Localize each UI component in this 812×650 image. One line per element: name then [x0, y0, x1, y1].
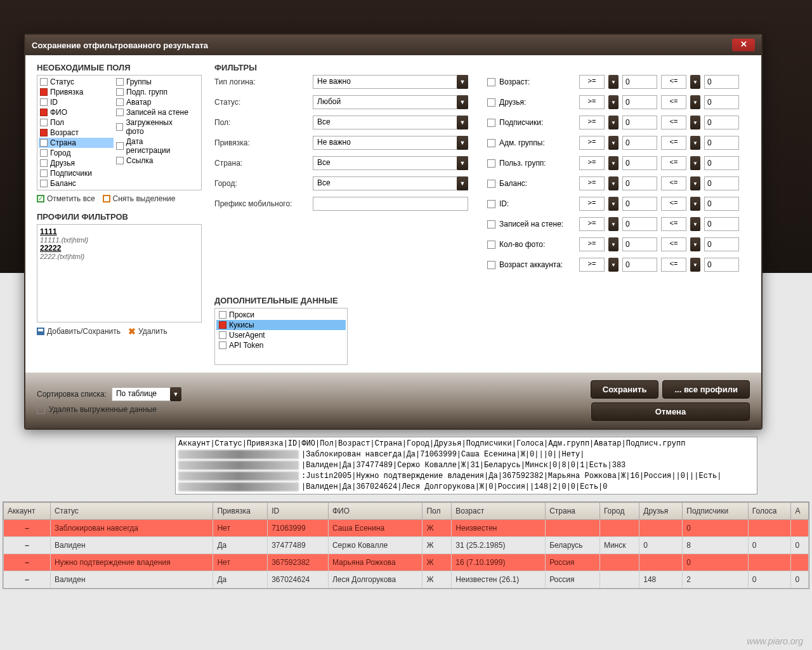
range-checkbox[interactable] — [487, 261, 495, 269]
delete-profile-button[interactable]: ✖ Удалить — [128, 326, 167, 336]
table-header[interactable]: Возраст — [452, 503, 546, 520]
save-button[interactable]: Сохранить — [591, 380, 659, 399]
extra-item[interactable]: Кукисы — [216, 320, 346, 330]
range-value-input[interactable] — [622, 197, 657, 211]
table-header[interactable]: Статус — [50, 503, 213, 520]
range-operator[interactable]: <= — [661, 176, 686, 190]
table-header[interactable]: Голоса — [748, 503, 791, 520]
table-header[interactable]: Друзья — [639, 503, 683, 520]
range-value-input[interactable] — [704, 217, 739, 231]
range-checkbox[interactable] — [487, 119, 495, 127]
range-value-input[interactable] — [622, 156, 657, 170]
range-operator[interactable]: >= — [579, 237, 605, 251]
range-checkbox[interactable] — [487, 98, 495, 107]
field-item[interactable]: Пол — [39, 117, 114, 128]
table-row[interactable]: –ВалиденДа367024624Леся ДолгоруковаЖНеиз… — [4, 571, 809, 588]
field-item[interactable]: Баланс — [39, 178, 114, 189]
range-value-input[interactable] — [704, 237, 739, 251]
range-checkbox[interactable] — [487, 139, 495, 147]
extra-item[interactable]: API Token — [216, 340, 346, 350]
range-value-input[interactable] — [704, 258, 739, 272]
field-item[interactable]: Возраст — [39, 128, 114, 138]
range-value-input[interactable] — [622, 258, 657, 272]
range-value-input[interactable] — [704, 95, 739, 109]
range-operator[interactable]: <= — [661, 197, 686, 211]
range-operator[interactable]: >= — [579, 258, 605, 272]
field-item[interactable]: Группы — [115, 77, 190, 87]
select-all-button[interactable]: Отметить все — [37, 194, 95, 203]
field-item[interactable]: Ссылка — [115, 156, 190, 166]
table-header[interactable]: Подписчики — [683, 503, 749, 520]
range-checkbox[interactable] — [487, 78, 495, 86]
table-header[interactable]: ФИО — [328, 503, 422, 520]
all-profiles-button[interactable]: ... все профили — [662, 380, 750, 399]
range-operator[interactable]: >= — [579, 156, 605, 170]
range-value-input[interactable] — [622, 217, 657, 231]
range-value-input[interactable] — [622, 136, 657, 150]
filter-select[interactable]: Все — [313, 116, 468, 129]
range-value-input[interactable] — [704, 176, 739, 190]
field-item[interactable]: Аватар — [115, 97, 190, 107]
field-item[interactable]: Записей на стене — [115, 107, 190, 117]
range-operator[interactable]: <= — [661, 136, 686, 150]
field-item[interactable]: Подписчики — [39, 168, 114, 178]
field-item[interactable]: Статус — [39, 77, 114, 87]
field-item[interactable]: Город — [39, 148, 114, 158]
field-item[interactable]: Страна — [39, 138, 114, 148]
range-value-input[interactable] — [622, 95, 657, 109]
extra-item[interactable]: Прокси — [216, 310, 346, 320]
range-value-input[interactable] — [704, 75, 739, 89]
range-operator[interactable]: <= — [661, 156, 686, 170]
delete-uploaded-checkbox[interactable] — [37, 406, 45, 414]
field-item[interactable]: Привязка — [39, 87, 114, 97]
table-header[interactable]: Аккаунт — [4, 503, 51, 520]
field-item[interactable]: ФИО — [39, 107, 114, 117]
range-operator[interactable]: >= — [579, 136, 605, 150]
range-value-input[interactable] — [704, 116, 739, 129]
range-value-input[interactable] — [622, 116, 657, 129]
filter-select[interactable]: Любой — [313, 95, 468, 109]
range-operator[interactable]: >= — [579, 176, 605, 190]
filter-select[interactable]: Все — [313, 176, 468, 190]
table-row[interactable]: –Заблокирован навсегдаНет71063999Саша Ес… — [4, 520, 809, 537]
table-header[interactable]: Город — [599, 503, 639, 520]
range-operator[interactable]: >= — [579, 116, 605, 129]
field-item[interactable]: Подп. групп — [115, 87, 190, 97]
range-operator[interactable]: <= — [661, 116, 686, 129]
table-header[interactable]: Привязка — [213, 503, 268, 520]
mobile-prefix-input[interactable] — [313, 197, 468, 211]
range-value-input[interactable] — [704, 197, 739, 211]
deselect-button[interactable]: Снять выделение — [103, 194, 176, 203]
range-operator[interactable]: <= — [661, 75, 686, 89]
range-value-input[interactable] — [622, 237, 657, 251]
range-operator[interactable]: >= — [579, 217, 605, 231]
add-save-profile-button[interactable]: Добавить/Сохранить — [37, 327, 121, 336]
table-row[interactable]: –Нужно подтверждение владенияНет36759238… — [4, 554, 809, 571]
filter-select[interactable]: Не важно — [313, 136, 468, 150]
table-header[interactable]: Страна — [546, 503, 600, 520]
cancel-button[interactable]: Отмена — [591, 402, 750, 421]
close-button[interactable]: ✕ — [732, 39, 755, 51]
range-operator[interactable]: <= — [661, 95, 686, 109]
range-value-input[interactable] — [622, 75, 657, 89]
range-operator[interactable]: <= — [661, 217, 686, 231]
range-checkbox[interactable] — [487, 180, 495, 188]
field-item[interactable]: ID — [39, 97, 114, 107]
filter-select[interactable]: Не важно — [313, 75, 468, 89]
table-header[interactable]: Пол — [422, 503, 452, 520]
field-item[interactable]: Загруженных фото — [115, 117, 190, 136]
range-value-input[interactable] — [704, 156, 739, 170]
range-value-input[interactable] — [704, 136, 739, 150]
profile-item[interactable]: 22222 — [40, 244, 199, 253]
range-operator[interactable]: <= — [661, 258, 686, 272]
table-header[interactable]: ID — [268, 503, 329, 520]
range-value-input[interactable] — [622, 176, 657, 190]
range-operator[interactable]: >= — [579, 75, 605, 89]
table-row[interactable]: –ВалиденДа37477489Сержо КоваллеЖ31 (25.2… — [4, 537, 809, 554]
range-checkbox[interactable] — [487, 159, 495, 168]
filter-select[interactable]: Все — [313, 156, 468, 170]
range-operator[interactable]: >= — [579, 95, 605, 109]
field-item[interactable]: Дата регистрации — [115, 136, 190, 156]
range-checkbox[interactable] — [487, 220, 495, 229]
range-operator[interactable]: <= — [661, 237, 686, 251]
